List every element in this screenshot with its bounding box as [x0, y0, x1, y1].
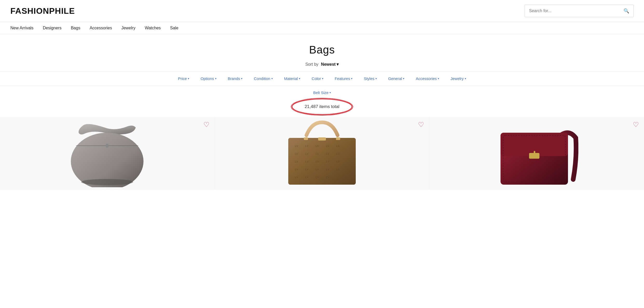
filter-styles[interactable]: Styles ▾: [358, 74, 382, 83]
sort-chevron-icon: ▾: [337, 62, 339, 67]
filter-material-chevron-icon: ▾: [299, 77, 300, 80]
product-card-1: ♡: [0, 117, 215, 190]
svg-rect-37: [534, 151, 535, 154]
svg-rect-6: [288, 138, 356, 185]
svg-text:LV: LV: [316, 152, 319, 155]
svg-text:LV: LV: [305, 144, 309, 148]
filter-condition[interactable]: Condition ▾: [248, 74, 278, 83]
product-image-1: [0, 117, 215, 190]
wishlist-button-3[interactable]: ♡: [633, 121, 639, 128]
filter-options-chevron-icon: ▾: [215, 77, 216, 80]
filter-belt-size-chevron-icon: ▾: [330, 91, 331, 94]
svg-text:LV: LV: [305, 168, 309, 171]
nav-item-jewelry[interactable]: Jewelry: [121, 26, 135, 30]
sort-section: Sort by Newest ▾: [0, 59, 644, 71]
filter-price[interactable]: Price ▾: [172, 74, 195, 83]
items-total-section: 21,487 items total: [0, 102, 644, 117]
nav-item-bags[interactable]: Bags: [71, 26, 80, 30]
filter-features-chevron-icon: ▾: [351, 77, 352, 80]
filter-color[interactable]: Color ▾: [306, 74, 329, 83]
site-logo: FASHIONPHILE: [10, 6, 75, 16]
filter-accessories[interactable]: Accessories ▾: [410, 74, 445, 83]
svg-text:LV: LV: [336, 152, 340, 155]
heart-icon-1: ♡: [203, 121, 209, 129]
filter-styles-label: Styles: [364, 76, 374, 81]
svg-text:LV: LV: [326, 176, 330, 179]
header: FASHIONPHILE 🔍: [0, 0, 644, 22]
filter-color-label: Color: [312, 76, 321, 81]
wishlist-button-1[interactable]: ♡: [203, 121, 209, 128]
items-total-text: 21,487 items total: [297, 103, 347, 111]
svg-rect-3: [106, 144, 108, 148]
filter-belt-size[interactable]: Belt Size ▾: [307, 88, 337, 97]
filter-general-chevron-icon: ▾: [403, 77, 404, 80]
filter-brands[interactable]: Brands ▾: [222, 74, 248, 83]
sort-label: Sort by: [305, 62, 319, 67]
svg-text:LV: LV: [316, 168, 319, 171]
filter-accessories-chevron-icon: ▾: [438, 77, 439, 80]
filter-general-label: General: [388, 76, 402, 81]
svg-text:LV: LV: [326, 168, 330, 171]
filter-jewelry-chevron-icon: ▾: [465, 77, 466, 80]
product-image-3: [429, 117, 644, 190]
sort-value: Newest: [321, 62, 335, 67]
heart-icon-2: ♡: [418, 121, 424, 129]
svg-text:LV: LV: [326, 160, 330, 163]
nav-item-watches[interactable]: Watches: [145, 26, 161, 30]
filter-material-label: Material: [284, 76, 298, 81]
svg-text:LV: LV: [316, 176, 319, 179]
svg-text:LV: LV: [336, 168, 340, 171]
filter-options-label: Options: [201, 76, 214, 81]
filter-belt-size-label: Belt Size: [313, 90, 328, 95]
filter-condition-label: Condition: [254, 76, 270, 81]
filter-material[interactable]: Material ▾: [278, 74, 306, 83]
wishlist-button-2[interactable]: ♡: [418, 121, 424, 128]
svg-text:LV: LV: [305, 152, 309, 155]
page-title-section: Bags: [0, 34, 644, 59]
svg-text:LV: LV: [305, 176, 309, 179]
filter-options[interactable]: Options ▾: [195, 74, 222, 83]
filter-brands-chevron-icon: ▾: [241, 77, 242, 80]
svg-text:LV: LV: [336, 160, 340, 163]
svg-text:LV: LV: [305, 160, 309, 163]
items-total-wrapper: 21,487 items total: [297, 104, 347, 109]
filter-features[interactable]: Features ▾: [329, 74, 358, 83]
product-image-2: LV LV LV LV LV LV LV LV LV LV LV LV LV L…: [215, 117, 429, 190]
filter-price-chevron-icon: ▾: [188, 77, 189, 80]
filter-price-label: Price: [178, 76, 187, 81]
nav-item-new-arrivals[interactable]: New Arrivals: [10, 26, 33, 30]
filters-row-1: Price ▾ Options ▾ Brands ▾ Condition ▾ M…: [0, 71, 644, 86]
sort-select[interactable]: Newest ▾: [321, 62, 339, 67]
svg-text:LV: LV: [316, 160, 319, 163]
filter-features-label: Features: [335, 76, 350, 81]
search-input[interactable]: [525, 5, 619, 16]
filters-row-2: Belt Size ▾: [0, 86, 644, 102]
svg-text:LV: LV: [316, 144, 319, 148]
filter-general[interactable]: General ▾: [382, 74, 410, 83]
product-card-2: ♡: [215, 117, 430, 190]
svg-text:LV: LV: [326, 144, 330, 148]
nav-item-accessories[interactable]: Accessories: [90, 26, 112, 30]
search-button[interactable]: 🔍: [619, 5, 633, 17]
svg-text:LV: LV: [336, 144, 340, 148]
heart-icon-3: ♡: [633, 121, 639, 129]
filter-color-chevron-icon: ▾: [322, 77, 323, 80]
products-grid: ♡: [0, 117, 644, 190]
filter-jewelry-label: Jewelry: [450, 76, 464, 81]
search-bar: 🔍: [525, 5, 634, 17]
svg-text:LV: LV: [326, 152, 330, 155]
svg-text:LV: LV: [295, 144, 298, 148]
svg-text:LV: LV: [295, 152, 298, 155]
svg-rect-31: [318, 137, 326, 140]
filter-brands-label: Brands: [228, 76, 240, 81]
svg-rect-32: [304, 137, 308, 140]
svg-point-4: [81, 179, 133, 185]
svg-text:LV: LV: [295, 176, 298, 179]
svg-rect-33: [336, 137, 340, 140]
nav-item-sale[interactable]: Sale: [170, 26, 179, 30]
nav-item-designers[interactable]: Designers: [43, 26, 61, 30]
filter-accessories-label: Accessories: [416, 76, 437, 81]
filter-jewelry[interactable]: Jewelry ▾: [445, 74, 472, 83]
svg-text:LV: LV: [295, 168, 298, 171]
main-nav: New Arrivals Designers Bags Accessories …: [0, 22, 644, 34]
